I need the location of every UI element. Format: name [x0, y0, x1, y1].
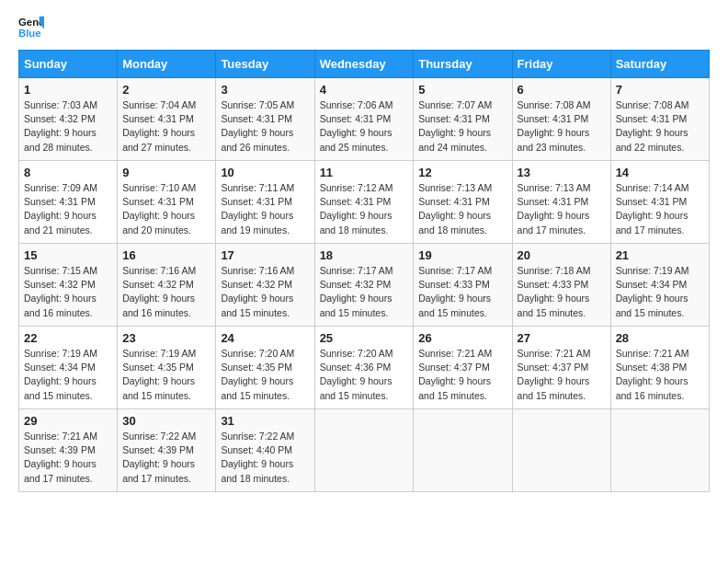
day-number: 14 — [616, 166, 704, 179]
day-number: 17 — [221, 248, 309, 262]
day-detail: Sunrise: 7:16 AMSunset: 4:32 PMDaylight:… — [122, 264, 210, 320]
day-detail: Sunrise: 7:03 AMSunset: 4:32 PMDaylight:… — [24, 98, 112, 155]
day-number: 2 — [122, 83, 210, 97]
day-header-sunday: Sunday — [19, 51, 118, 78]
calendar-cell: 11 Sunrise: 7:12 AMSunset: 4:31 PMDaylig… — [314, 161, 414, 244]
calendar-cell: 31 Sunrise: 7:22 AMSunset: 4:40 PMDaylig… — [216, 409, 314, 492]
day-number: 13 — [518, 166, 606, 179]
calendar-cell: 24 Sunrise: 7:20 AMSunset: 4:35 PMDaylig… — [216, 327, 314, 409]
day-number: 9 — [122, 166, 210, 179]
day-detail: Sunrise: 7:21 AMSunset: 4:37 PMDaylight:… — [518, 347, 606, 403]
calendar-cell: 27 Sunrise: 7:21 AMSunset: 4:37 PMDaylig… — [512, 327, 610, 409]
day-detail: Sunrise: 7:08 AMSunset: 4:31 PMDaylight:… — [616, 98, 704, 155]
calendar-cell: 15 Sunrise: 7:15 AMSunset: 4:32 PMDaylig… — [19, 244, 118, 327]
day-detail: Sunrise: 7:21 AMSunset: 4:39 PMDaylight:… — [24, 430, 112, 486]
calendar-cell: 2 Sunrise: 7:04 AMSunset: 4:31 PMDayligh… — [118, 78, 216, 161]
day-number: 29 — [24, 414, 112, 428]
calendar-week-5: 29 Sunrise: 7:21 AMSunset: 4:39 PMDaylig… — [19, 409, 710, 492]
calendar-cell: 10 Sunrise: 7:11 AMSunset: 4:31 PMDaylig… — [216, 161, 314, 244]
day-number: 26 — [418, 331, 506, 345]
day-number: 18 — [320, 248, 409, 262]
day-detail: Sunrise: 7:15 AMSunset: 4:32 PMDaylight:… — [24, 264, 112, 320]
day-number: 11 — [320, 166, 409, 179]
day-header-friday: Friday — [512, 51, 610, 78]
calendar-cell: 22 Sunrise: 7:19 AMSunset: 4:34 PMDaylig… — [19, 327, 118, 409]
day-number: 30 — [122, 414, 210, 428]
calendar-cell: 18 Sunrise: 7:17 AMSunset: 4:32 PMDaylig… — [314, 244, 414, 327]
day-number: 25 — [320, 331, 409, 345]
calendar-cell: 19 Sunrise: 7:17 AMSunset: 4:33 PMDaylig… — [414, 244, 512, 327]
day-header-tuesday: Tuesday — [216, 51, 314, 78]
day-number: 4 — [320, 83, 409, 97]
day-number: 16 — [122, 248, 210, 262]
calendar-cell: 3 Sunrise: 7:05 AMSunset: 4:31 PMDayligh… — [216, 78, 314, 161]
day-detail: Sunrise: 7:19 AMSunset: 4:35 PMDaylight:… — [122, 347, 210, 403]
calendar-cell: 9 Sunrise: 7:10 AMSunset: 4:31 PMDayligh… — [118, 161, 216, 244]
day-detail: Sunrise: 7:19 AMSunset: 4:34 PMDaylight:… — [616, 264, 704, 320]
calendar-table: SundayMondayTuesdayWednesdayThursdayFrid… — [18, 50, 710, 492]
day-header-monday: Monday — [118, 51, 216, 78]
calendar-cell: 29 Sunrise: 7:21 AMSunset: 4:39 PMDaylig… — [19, 409, 118, 492]
day-detail: Sunrise: 7:18 AMSunset: 4:33 PMDaylight:… — [518, 264, 606, 320]
calendar-week-3: 15 Sunrise: 7:15 AMSunset: 4:32 PMDaylig… — [19, 244, 710, 327]
day-number: 21 — [616, 248, 704, 262]
day-detail: Sunrise: 7:14 AMSunset: 4:31 PMDaylight:… — [616, 181, 704, 237]
day-detail: Sunrise: 7:21 AMSunset: 4:38 PMDaylight:… — [616, 347, 704, 403]
day-detail: Sunrise: 7:20 AMSunset: 4:36 PMDaylight:… — [320, 347, 409, 403]
calendar-cell: 28 Sunrise: 7:21 AMSunset: 4:38 PMDaylig… — [610, 327, 709, 409]
day-detail: Sunrise: 7:06 AMSunset: 4:31 PMDaylight:… — [320, 98, 409, 155]
day-detail: Sunrise: 7:19 AMSunset: 4:34 PMDaylight:… — [24, 347, 112, 403]
day-detail: Sunrise: 7:09 AMSunset: 4:31 PMDaylight:… — [24, 181, 112, 237]
day-detail: Sunrise: 7:17 AMSunset: 4:32 PMDaylight:… — [320, 264, 409, 320]
day-number: 27 — [518, 331, 606, 345]
calendar-cell: 23 Sunrise: 7:19 AMSunset: 4:35 PMDaylig… — [118, 327, 216, 409]
calendar-cell: 20 Sunrise: 7:18 AMSunset: 4:33 PMDaylig… — [512, 244, 610, 327]
calendar-cell: 8 Sunrise: 7:09 AMSunset: 4:31 PMDayligh… — [19, 161, 118, 244]
calendar-cell: 16 Sunrise: 7:16 AMSunset: 4:32 PMDaylig… — [118, 244, 216, 327]
day-detail: Sunrise: 7:12 AMSunset: 4:31 PMDaylight:… — [320, 181, 409, 237]
calendar-cell: 12 Sunrise: 7:13 AMSunset: 4:31 PMDaylig… — [414, 161, 512, 244]
day-number: 23 — [122, 331, 210, 345]
logo: General Blue — [18, 15, 48, 40]
day-number: 3 — [221, 83, 309, 97]
day-number: 10 — [221, 166, 309, 179]
calendar-week-4: 22 Sunrise: 7:19 AMSunset: 4:34 PMDaylig… — [19, 327, 710, 409]
calendar-cell: 13 Sunrise: 7:13 AMSunset: 4:31 PMDaylig… — [512, 161, 610, 244]
day-header-wednesday: Wednesday — [314, 51, 414, 78]
calendar-cell: 17 Sunrise: 7:16 AMSunset: 4:32 PMDaylig… — [216, 244, 314, 327]
day-number: 24 — [221, 331, 309, 345]
day-number: 31 — [221, 414, 309, 428]
calendar-header: SundayMondayTuesdayWednesdayThursdayFrid… — [19, 51, 710, 78]
day-detail: Sunrise: 7:16 AMSunset: 4:32 PMDaylight:… — [221, 264, 309, 320]
day-number: 12 — [418, 166, 506, 179]
page-header: General Blue — [18, 15, 710, 40]
day-detail: Sunrise: 7:04 AMSunset: 4:31 PMDaylight:… — [122, 98, 210, 155]
calendar-week-1: 1 Sunrise: 7:03 AMSunset: 4:32 PMDayligh… — [19, 78, 710, 161]
calendar-cell — [314, 409, 414, 492]
day-number: 7 — [616, 83, 704, 97]
calendar-cell: 25 Sunrise: 7:20 AMSunset: 4:36 PMDaylig… — [314, 327, 414, 409]
day-number: 15 — [24, 248, 112, 262]
day-detail: Sunrise: 7:20 AMSunset: 4:35 PMDaylight:… — [221, 347, 309, 403]
day-detail: Sunrise: 7:13 AMSunset: 4:31 PMDaylight:… — [418, 181, 506, 237]
day-number: 1 — [24, 83, 112, 97]
day-detail: Sunrise: 7:13 AMSunset: 4:31 PMDaylight:… — [518, 181, 606, 237]
day-number: 20 — [518, 248, 606, 262]
day-number: 28 — [616, 331, 704, 345]
calendar-cell: 7 Sunrise: 7:08 AMSunset: 4:31 PMDayligh… — [610, 78, 709, 161]
day-detail: Sunrise: 7:22 AMSunset: 4:40 PMDaylight:… — [221, 430, 309, 486]
calendar-cell: 5 Sunrise: 7:07 AMSunset: 4:31 PMDayligh… — [414, 78, 512, 161]
day-number: 22 — [24, 331, 112, 345]
day-detail: Sunrise: 7:08 AMSunset: 4:31 PMDaylight:… — [518, 98, 606, 155]
day-detail: Sunrise: 7:22 AMSunset: 4:39 PMDaylight:… — [122, 430, 210, 486]
day-detail: Sunrise: 7:11 AMSunset: 4:31 PMDaylight:… — [221, 181, 309, 237]
day-detail: Sunrise: 7:10 AMSunset: 4:31 PMDaylight:… — [122, 181, 210, 237]
logo-icon: General Blue — [18, 15, 44, 40]
calendar-cell: 6 Sunrise: 7:08 AMSunset: 4:31 PMDayligh… — [512, 78, 610, 161]
calendar-week-2: 8 Sunrise: 7:09 AMSunset: 4:31 PMDayligh… — [19, 161, 710, 244]
day-detail: Sunrise: 7:17 AMSunset: 4:33 PMDaylight:… — [418, 264, 506, 320]
calendar-cell — [512, 409, 610, 492]
day-header-thursday: Thursday — [414, 51, 512, 78]
calendar-cell: 1 Sunrise: 7:03 AMSunset: 4:32 PMDayligh… — [19, 78, 118, 161]
svg-text:Blue: Blue — [18, 28, 41, 39]
